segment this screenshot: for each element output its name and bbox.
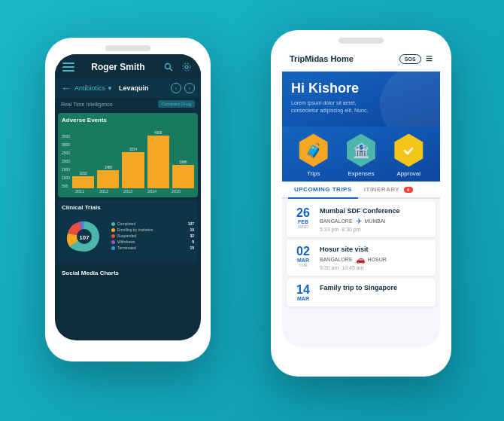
chart1-title: Adverse Events (62, 117, 194, 124)
trip-day: 14 (293, 284, 314, 296)
hamburger-icon[interactable] (62, 63, 74, 72)
trip-month: FEB (293, 219, 314, 224)
trip-name: Family trip to Singapore (320, 284, 430, 291)
trip-time-end: 8:30 pm (342, 227, 360, 232)
svg-point-7 (401, 143, 416, 158)
nav-section: Antibiotics ▼ (74, 84, 113, 92)
app-title: TripMidas Home (290, 54, 354, 63)
compare-drug-button[interactable]: Compare Drug (158, 100, 195, 108)
trip-list: 26 FEB WED Mumbai SDF Conference BANGALO… (282, 202, 440, 307)
dropdown-icon[interactable]: ▼ (107, 85, 113, 92)
nav-arrows: ‹ › (171, 83, 195, 93)
menu-icon[interactable]: ≡ (426, 52, 433, 66)
chart2-title: Clinical Trials (62, 204, 194, 211)
trip-date: 26 FEB WED (293, 207, 314, 229)
trip-item[interactable]: 02 MAR TUE Hosur site visit BANGALORE 🚗 … (287, 240, 436, 276)
settings-icon[interactable] (180, 60, 193, 74)
trip-date: 14 MAR (293, 284, 314, 301)
trip-info: Family trip to Singapore (320, 284, 430, 294)
left-phone: Roger Smith ← Antibiotics ▼ Levaquin ‹ › (45, 38, 211, 362)
action-icons-row: 🧳 Trips 🏦 Expenses Approval (282, 127, 440, 182)
chart3-title: Social Media Charts (62, 270, 194, 276)
svg-point-2 (185, 66, 188, 69)
approval-label: Approval (397, 170, 421, 177)
left-header: Roger Smith (55, 54, 201, 78)
hero-section: Hi Kishore Lorem ipsum dolor sit amet, c… (282, 72, 440, 127)
pie-legend: Completed107 Enrolling by Invitation10 S… (111, 221, 194, 252)
bar-2011 (72, 176, 94, 188)
right-header: TripMidas Home SOS ≡ (282, 47, 440, 72)
trips-icon[interactable]: 🧳 Trips (297, 134, 330, 177)
left-phone-screen: Roger Smith ← Antibiotics ▼ Levaquin ‹ › (55, 54, 201, 340)
trip-name: Hosur site visit (320, 246, 430, 253)
trip-info: Mumbai SDF Conference BANGALORE ✈ MUMBAI… (320, 207, 430, 232)
header-icons (162, 60, 193, 74)
hero-greeting: Hi Kishore (291, 81, 431, 96)
adverse-events-chart: Adverse Events 3500 3000 2500 2000 1500 … (58, 113, 198, 197)
sos-button[interactable]: SOS (399, 54, 421, 64)
route-to: HOSUR (368, 257, 387, 262)
route-arrow-icon: 🚗 (356, 255, 365, 264)
search-icon[interactable] (162, 60, 175, 74)
right-phone-screen: TripMidas Home SOS ≡ Hi Kishore Lorem ip… (282, 47, 440, 348)
left-phone-notch (105, 45, 150, 51)
expenses-icon[interactable]: 🏦 Expenses (345, 134, 378, 177)
trip-route: BANGALORE 🚗 HOSUR (320, 255, 430, 264)
bar-2012 (97, 170, 119, 188)
trip-month: MAR (293, 258, 314, 263)
next-button[interactable]: › (184, 83, 195, 93)
trip-weekday: WED (293, 224, 314, 229)
social-media-section: Social Media Charts (58, 266, 198, 280)
trip-time-end: 10:45 am (342, 265, 363, 270)
bar-2015 (172, 165, 194, 188)
rti-bar: Real Time Intelligence Compare Drug (55, 98, 201, 110)
left-nav: ← Antibiotics ▼ Levaquin ‹ › (55, 78, 201, 98)
trips-label: Trips (307, 170, 320, 177)
expenses-label: Expenses (348, 170, 374, 177)
trip-day: 26 (293, 207, 314, 219)
svg-point-0 (165, 64, 171, 69)
trip-month: MAR (293, 296, 314, 301)
approval-icon[interactable]: Approval (392, 134, 425, 177)
route-arrow-icon: ✈ (356, 217, 362, 225)
trip-route: BANGALORE ✈ MUMBAI (320, 217, 430, 225)
right-phone-notch (339, 38, 384, 44)
clinical-trials-chart: Clinical Trials 107 (58, 200, 198, 263)
trip-time-start: 5:33 pm (320, 227, 339, 232)
trip-day: 02 (293, 246, 314, 258)
route-to: MUMBAI (365, 218, 386, 224)
svg-text:107: 107 (79, 234, 90, 241)
pie-chart: 107 (62, 214, 107, 259)
trips-tabs: UPCOMING TRIPS ITINERARY 4 (282, 182, 440, 199)
prev-button[interactable]: ‹ (171, 83, 181, 93)
route-from: BANGALORE (320, 218, 353, 224)
tab-itinerary[interactable]: ITINERARY 4 (358, 182, 419, 199)
trip-item[interactable]: 14 MAR Family trip to Singapore (287, 279, 436, 307)
svg-point-3 (183, 63, 190, 71)
tab-upcoming-trips[interactable]: UPCOMING TRIPS (288, 182, 358, 199)
user-name: Roger Smith (91, 62, 144, 72)
hero-subtitle: Lorem ipsum dolor sit amet, consectetur … (291, 99, 381, 114)
route-from: BANGALORE (320, 257, 353, 262)
svg-line-1 (170, 69, 172, 71)
trip-item[interactable]: 26 FEB WED Mumbai SDF Conference BANGALO… (287, 202, 436, 237)
right-phone: TripMidas Home SOS ≡ Hi Kishore Lorem ip… (271, 30, 451, 377)
trip-info: Hosur site visit BANGALORE 🚗 HOSUR 9:30 … (320, 246, 430, 270)
pie-content: 107 Completed107 Enrolling by Invitation… (62, 214, 194, 259)
trip-weekday: TUE (293, 263, 314, 267)
rti-label: Real Time Intelligence (61, 102, 113, 107)
bar-2014 (147, 136, 169, 188)
bar-2013 (122, 152, 144, 188)
trip-name: Mumbai SDF Conference (320, 207, 430, 215)
trip-date: 02 MAR TUE (293, 246, 314, 267)
back-button[interactable]: ← (61, 82, 71, 94)
itinerary-badge: 4 (404, 187, 413, 193)
trip-time-start: 9:30 am (320, 265, 339, 270)
nav-active-item: Levaquin (119, 84, 149, 92)
